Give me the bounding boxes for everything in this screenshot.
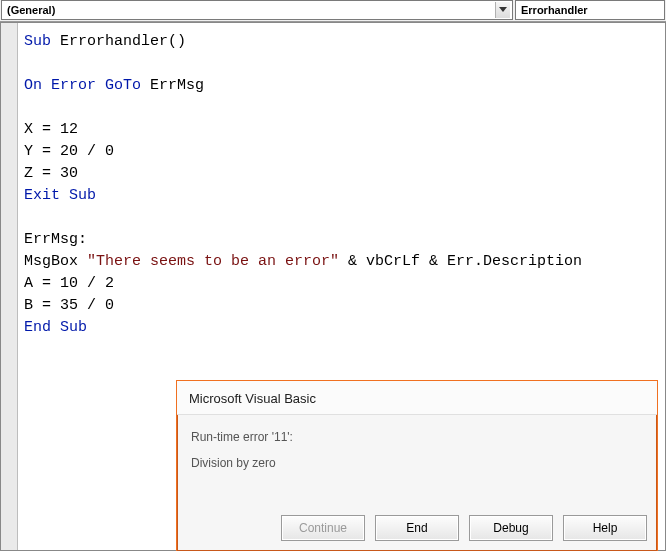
keyword: On Error GoTo xyxy=(24,77,141,94)
dialog-title: Microsoft Visual Basic xyxy=(177,381,657,415)
string-literal: "There seems to be an error" xyxy=(87,253,339,270)
keyword: Exit Sub xyxy=(24,187,96,204)
continue-button: Continue xyxy=(281,515,365,541)
keyword: Sub xyxy=(24,33,51,50)
help-button[interactable]: Help xyxy=(563,515,647,541)
debug-button[interactable]: Debug xyxy=(469,515,553,541)
chevron-down-icon xyxy=(495,2,510,18)
editor-gutter xyxy=(1,23,18,550)
object-list-value: (General) xyxy=(7,4,55,16)
end-button[interactable]: End xyxy=(375,515,459,541)
error-line: Run-time error '11': xyxy=(191,427,643,447)
procedure-list-value: Errorhandler xyxy=(521,4,588,16)
procedure-list-dropdown[interactable]: Errorhandler xyxy=(515,0,665,20)
dialog-body: Run-time error '11': Division by zero xyxy=(177,415,657,485)
error-dialog: Microsoft Visual Basic Run-time error '1… xyxy=(176,380,658,551)
dropdown-bar: (General) Errorhandler xyxy=(0,0,666,22)
object-list-dropdown[interactable]: (General) xyxy=(1,0,513,20)
keyword: End Sub xyxy=(24,319,87,336)
dialog-buttons: Continue End Debug Help xyxy=(281,515,647,541)
error-description: Division by zero xyxy=(191,453,643,473)
